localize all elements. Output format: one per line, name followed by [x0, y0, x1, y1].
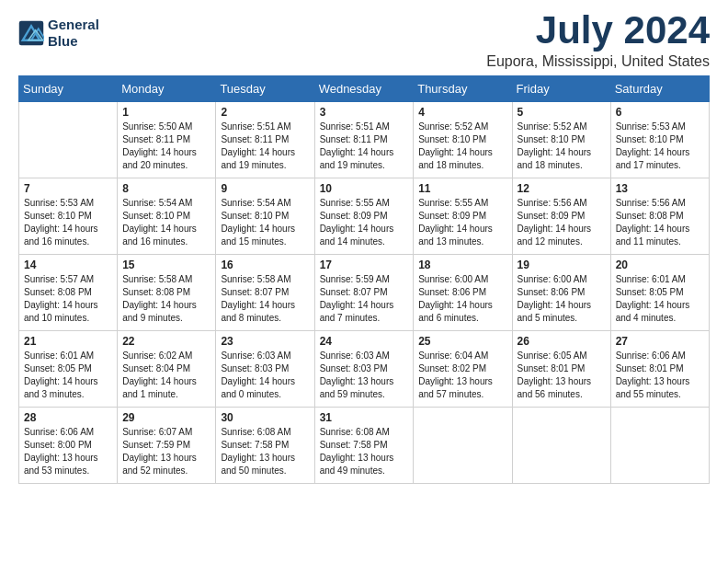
- calendar-cell: 31Sunrise: 6:08 AMSunset: 7:58 PMDayligh…: [314, 408, 414, 484]
- day-number: 9: [221, 182, 309, 195]
- cell-info: Sunrise: 5:52 AMSunset: 8:10 PMDaylight:…: [418, 121, 506, 172]
- cell-info: Sunrise: 5:51 AMSunset: 8:11 PMDaylight:…: [320, 121, 409, 172]
- header-day-friday: Friday: [512, 76, 610, 102]
- day-number: 1: [122, 106, 210, 119]
- calendar-cell: 22Sunrise: 6:02 AMSunset: 8:04 PMDayligh…: [118, 331, 216, 408]
- day-number: 10: [320, 182, 409, 195]
- cell-info: Sunrise: 6:02 AMSunset: 8:04 PMDaylight:…: [122, 350, 210, 401]
- cell-info: Sunrise: 6:00 AMSunset: 8:06 PMDaylight:…: [418, 273, 506, 325]
- calendar-cell: 20Sunrise: 6:01 AMSunset: 8:05 PMDayligh…: [610, 255, 709, 331]
- cell-info: Sunrise: 5:54 AMSunset: 8:10 PMDaylight:…: [122, 197, 210, 248]
- cell-info: Sunrise: 6:08 AMSunset: 7:58 PMDaylight:…: [320, 426, 409, 477]
- calendar-cell: 30Sunrise: 6:08 AMSunset: 7:58 PMDayligh…: [216, 408, 314, 484]
- week-row-4: 21Sunrise: 6:01 AMSunset: 8:05 PMDayligh…: [19, 331, 710, 408]
- day-number: 18: [418, 259, 506, 271]
- cell-info: Sunrise: 5:51 AMSunset: 8:11 PMDaylight:…: [221, 121, 309, 172]
- calendar-cell: [19, 102, 118, 178]
- cell-info: Sunrise: 6:01 AMSunset: 8:05 PMDaylight:…: [24, 350, 112, 401]
- header-day-sunday: Sunday: [19, 76, 118, 102]
- header-day-monday: Monday: [118, 76, 216, 102]
- cell-info: Sunrise: 5:53 AMSunset: 8:10 PMDaylight:…: [24, 197, 112, 248]
- header-row: SundayMondayTuesdayWednesdayThursdayFrid…: [19, 76, 710, 102]
- day-number: 17: [320, 259, 409, 271]
- cell-info: Sunrise: 5:56 AMSunset: 8:09 PMDaylight:…: [518, 197, 606, 248]
- day-number: 16: [221, 259, 309, 271]
- cell-info: Sunrise: 6:06 AMSunset: 8:00 PMDaylight:…: [24, 426, 112, 477]
- cell-info: Sunrise: 5:50 AMSunset: 8:11 PMDaylight:…: [122, 121, 210, 172]
- cell-info: Sunrise: 5:58 AMSunset: 8:08 PMDaylight:…: [122, 273, 210, 325]
- cell-info: Sunrise: 5:59 AMSunset: 8:07 PMDaylight:…: [320, 273, 409, 325]
- logo-icon: [18, 20, 44, 46]
- calendar-cell: 5Sunrise: 5:52 AMSunset: 8:10 PMDaylight…: [512, 102, 610, 178]
- logo: General Blue: [18, 17, 99, 50]
- calendar-cell: 14Sunrise: 5:57 AMSunset: 8:08 PMDayligh…: [19, 255, 118, 331]
- day-number: 4: [418, 106, 506, 119]
- calendar-cell: 2Sunrise: 5:51 AMSunset: 8:11 PMDaylight…: [216, 102, 314, 178]
- calendar-cell: 19Sunrise: 6:00 AMSunset: 8:06 PMDayligh…: [512, 255, 610, 331]
- day-number: 11: [418, 182, 506, 195]
- week-row-2: 7Sunrise: 5:53 AMSunset: 8:10 PMDaylight…: [19, 178, 710, 255]
- week-row-5: 28Sunrise: 6:06 AMSunset: 8:00 PMDayligh…: [19, 408, 710, 484]
- calendar-cell: 29Sunrise: 6:07 AMSunset: 7:59 PMDayligh…: [118, 408, 216, 484]
- day-number: 8: [122, 182, 210, 195]
- day-number: 22: [122, 335, 210, 348]
- day-number: 24: [320, 335, 409, 348]
- calendar-cell: 13Sunrise: 5:56 AMSunset: 8:08 PMDayligh…: [610, 178, 709, 255]
- cell-info: Sunrise: 6:07 AMSunset: 7:59 PMDaylight:…: [122, 426, 210, 477]
- calendar-cell: 16Sunrise: 5:58 AMSunset: 8:07 PMDayligh…: [216, 255, 314, 331]
- day-number: 6: [616, 106, 704, 119]
- calendar-header: SundayMondayTuesdayWednesdayThursdayFrid…: [19, 76, 710, 102]
- title-block: July 2024 Eupora, Mississippi, United St…: [486, 9, 710, 70]
- calendar-cell: 26Sunrise: 6:05 AMSunset: 8:01 PMDayligh…: [512, 331, 610, 408]
- day-number: 29: [122, 411, 210, 424]
- day-number: 13: [616, 182, 704, 195]
- day-number: 7: [24, 182, 112, 195]
- day-number: 12: [518, 182, 606, 195]
- calendar-title: July 2024: [486, 9, 710, 52]
- calendar-cell: [414, 408, 512, 484]
- cell-info: Sunrise: 5:56 AMSunset: 8:08 PMDaylight:…: [616, 197, 704, 248]
- calendar-cell: 8Sunrise: 5:54 AMSunset: 8:10 PMDaylight…: [118, 178, 216, 255]
- day-number: 21: [24, 335, 112, 348]
- cell-info: Sunrise: 6:03 AMSunset: 8:03 PMDaylight:…: [221, 350, 309, 401]
- header-day-wednesday: Wednesday: [314, 76, 414, 102]
- day-number: 20: [616, 259, 704, 271]
- day-number: 28: [24, 411, 112, 424]
- cell-info: Sunrise: 6:03 AMSunset: 8:03 PMDaylight:…: [320, 350, 409, 401]
- calendar-cell: 12Sunrise: 5:56 AMSunset: 8:09 PMDayligh…: [512, 178, 610, 255]
- cell-info: Sunrise: 6:06 AMSunset: 8:01 PMDaylight:…: [616, 350, 704, 401]
- calendar-cell: [512, 408, 610, 484]
- calendar-cell: 7Sunrise: 5:53 AMSunset: 8:10 PMDaylight…: [19, 178, 118, 255]
- calendar-table: SundayMondayTuesdayWednesdayThursdayFrid…: [18, 75, 710, 484]
- calendar-cell: 21Sunrise: 6:01 AMSunset: 8:05 PMDayligh…: [19, 331, 118, 408]
- day-number: 27: [616, 335, 704, 348]
- day-number: 19: [518, 259, 606, 271]
- day-number: 3: [320, 106, 409, 119]
- day-number: 31: [320, 411, 409, 424]
- week-row-1: 1Sunrise: 5:50 AMSunset: 8:11 PMDaylight…: [19, 102, 710, 178]
- calendar-cell: 10Sunrise: 5:55 AMSunset: 8:09 PMDayligh…: [314, 178, 414, 255]
- day-number: 25: [418, 335, 506, 348]
- cell-info: Sunrise: 6:04 AMSunset: 8:02 PMDaylight:…: [418, 350, 506, 401]
- day-number: 23: [221, 335, 309, 348]
- calendar-cell: 1Sunrise: 5:50 AMSunset: 8:11 PMDaylight…: [118, 102, 216, 178]
- day-number: 2: [221, 106, 309, 119]
- calendar-cell: 28Sunrise: 6:06 AMSunset: 8:00 PMDayligh…: [19, 408, 118, 484]
- calendar-cell: [610, 408, 709, 484]
- logo-line1: General: [48, 17, 99, 33]
- calendar-cell: 17Sunrise: 5:59 AMSunset: 8:07 PMDayligh…: [314, 255, 414, 331]
- cell-info: Sunrise: 5:55 AMSunset: 8:09 PMDaylight:…: [418, 197, 506, 248]
- calendar-cell: 11Sunrise: 5:55 AMSunset: 8:09 PMDayligh…: [414, 178, 512, 255]
- cell-info: Sunrise: 5:58 AMSunset: 8:07 PMDaylight:…: [221, 273, 309, 325]
- day-number: 5: [518, 106, 606, 119]
- cell-info: Sunrise: 5:54 AMSunset: 8:10 PMDaylight:…: [221, 197, 309, 248]
- logo-line2: Blue: [48, 33, 99, 50]
- calendar-subtitle: Eupora, Mississippi, United States: [486, 53, 710, 70]
- cell-info: Sunrise: 5:52 AMSunset: 8:10 PMDaylight:…: [518, 121, 606, 172]
- header-day-thursday: Thursday: [414, 76, 512, 102]
- calendar-body: 1Sunrise: 5:50 AMSunset: 8:11 PMDaylight…: [19, 102, 710, 484]
- calendar-cell: 4Sunrise: 5:52 AMSunset: 8:10 PMDaylight…: [414, 102, 512, 178]
- calendar-cell: 18Sunrise: 6:00 AMSunset: 8:06 PMDayligh…: [414, 255, 512, 331]
- week-row-3: 14Sunrise: 5:57 AMSunset: 8:08 PMDayligh…: [19, 255, 710, 331]
- calendar-cell: 25Sunrise: 6:04 AMSunset: 8:02 PMDayligh…: [414, 331, 512, 408]
